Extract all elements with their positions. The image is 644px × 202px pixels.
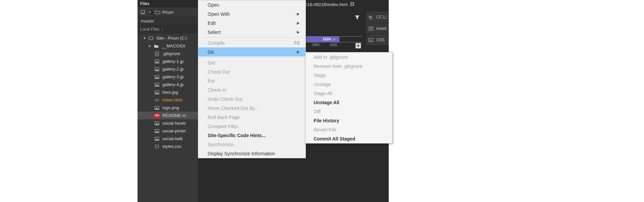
svg-point-18 [156,123,157,123]
submenu-item: Stage All [306,89,392,98]
file-name: __MACOSX [162,43,185,48]
add-breakpoint-icon[interactable]: + [356,43,361,48]
menu-item: CompileF9 [198,38,306,47]
menu-item[interactable]: Select▶ [198,28,306,37]
file-name: social-pinter [162,128,186,133]
file-icon [154,51,160,56]
file-icon [154,128,160,134]
submenu-item[interactable]: File History [306,116,392,125]
menu-label: File History [314,118,339,123]
svg-point-20 [156,130,157,131]
insert-icon [368,26,374,31]
tree-item[interactable]: gallery-1.jp [138,57,198,65]
git-branch-label[interactable]: master [138,17,198,25]
menu-item[interactable]: Edit▶ [198,18,306,28]
menu-label: Put [208,78,215,84]
submenu-item[interactable]: Unstage All [306,98,392,107]
tree-item[interactable]: .gitignore [138,50,198,57]
files-panel: Files Prism master Local Files ↑ ▾ [138,0,198,202]
file-icon [154,82,160,87]
menu-label: Undo Check Out [208,96,243,102]
menu-label: Show Checked Out By... [208,106,258,111]
app-background: Files Prism master Local Files ↑ ▾ [138,0,389,202]
menu-label: Check Out [208,69,230,75]
menu-label: Git [208,49,214,55]
menu-label: Stage All [314,91,332,96]
menu-item[interactable]: Open With▶ [198,9,306,18]
insert-panel-tab[interactable]: Insert [366,23,389,34]
tree-site-root[interactable]: ▾ Site - Prism (C:\ [138,34,198,42]
menu-item[interactable]: Site-Specific Code Hints... [198,131,306,140]
tree-item[interactable]: social-pinter [138,127,198,135]
file-icon [154,105,160,111]
svg-rect-2 [149,37,153,40]
menu-label: Synchronize... [208,142,237,147]
tree-item[interactable]: gallery-4.jp [138,81,198,88]
menu-label: Open [208,2,219,8]
svg-point-14 [156,92,157,92]
submenu-item[interactable]: Commit All Staged [306,134,392,143]
submenu-item: Remove from .gitignore [306,62,392,71]
menu-label: Site-Specific Code Hints... [208,133,266,138]
file-name: README.m [162,113,186,118]
menu-item: Compare Files [198,122,306,131]
chevron-right-icon[interactable]: ▸ [149,44,151,48]
submenu-item: Add to .gitignore [306,52,392,62]
menu-label: Compile [208,40,225,46]
file-name: social-twitt [162,136,183,141]
menu-label: Remove from .gitignore [314,64,363,69]
folder-icon[interactable] [155,9,160,15]
svg-rect-3 [155,52,159,56]
submenu-item: Unstage [306,80,392,89]
cc-icon [368,14,374,20]
document-tab[interactable]: -2016-0921B\index.html [301,2,354,7]
menu-item: Synchronize... [198,140,306,149]
tree-item[interactable]: ▸__MACOSX [138,42,198,50]
menu-shortcut: F9 [294,40,300,46]
menu-label: Unstage [314,82,331,87]
tree-item[interactable]: {}styles.css [138,143,198,150]
tree-item[interactable]: social-faceb [138,119,198,127]
folder-name[interactable]: Prism [162,10,173,15]
tree-item[interactable]: gallery-2.jp [138,65,198,73]
css-designer-panel-tab[interactable]: CSS [366,34,389,46]
menu-separator [198,57,306,57]
chevron-down-icon[interactable]: ▾ [144,36,146,40]
tree-item[interactable]: hero.jpg [138,88,198,96]
cc-libraries-panel-tab[interactable]: CC Li [366,11,389,23]
submenu-item: Stage [306,71,392,80]
svg-point-10 [156,76,157,77]
chevron-right-icon: ▶ [297,21,300,25]
menu-item[interactable]: Display Synchronize Information [198,149,306,158]
menu-label: Select [208,30,221,35]
menu-label: Diff [314,109,321,114]
file-tree: ▾ Site - Prism (C:\ ▸__MACOSX.gitignoreg… [138,34,198,151]
git-diamond-icon[interactable] [148,9,153,15]
file-icon [154,97,160,103]
menu-item[interactable]: Git▶ [198,47,306,56]
file-icon [154,43,159,49]
tree-item[interactable]: logo.png [138,104,198,112]
site-icon[interactable] [140,9,146,15]
tree-item[interactable]: </>README.m [138,112,198,119]
menu-item: Check Out [198,67,306,76]
local-files-header[interactable]: Local Files ↑ [138,25,198,34]
tree-item[interactable]: gallery-3.jp [138,73,198,81]
files-toolbar: Prism [138,7,198,17]
file-name: index.html [162,97,182,103]
svg-rect-1 [150,10,153,15]
tree-item[interactable]: index.html [138,96,198,104]
funnel-icon[interactable] [355,15,360,22]
menu-item[interactable]: Open [198,0,306,9]
file-name: gallery-2.jp [162,67,184,72]
file-name: .gitignore [162,51,180,56]
restore-window-icon[interactable] [350,2,354,7]
file-name: social-faceb [162,121,185,126]
viewport-scrubber[interactable]: 1024px 1000 1050 + [305,33,362,50]
menu-item: Show Checked Out By... [198,104,306,113]
menu-item: Check In [198,85,306,94]
menu-label: Revert File [314,127,336,132]
file-name: styles.css [162,144,181,149]
submenu-item: Diff [306,107,392,116]
tree-item[interactable]: social-twitt [138,135,198,143]
